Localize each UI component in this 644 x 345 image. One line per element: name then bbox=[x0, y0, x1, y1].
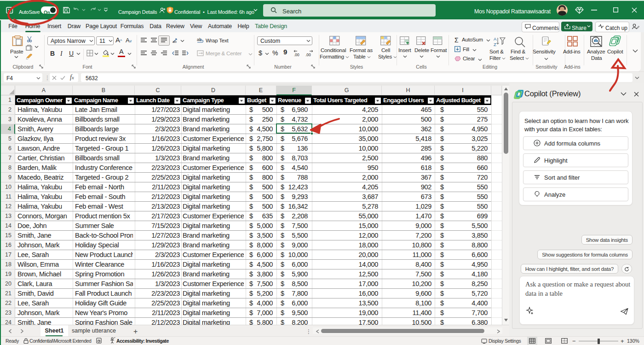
svg-text:.00: .00 bbox=[294, 53, 299, 57]
svg-text:A: A bbox=[494, 36, 497, 41]
svg-text:ab: ab bbox=[172, 40, 177, 43]
svg-text:.00: .00 bbox=[305, 53, 311, 57]
svg-text:Z: Z bbox=[494, 42, 496, 47]
